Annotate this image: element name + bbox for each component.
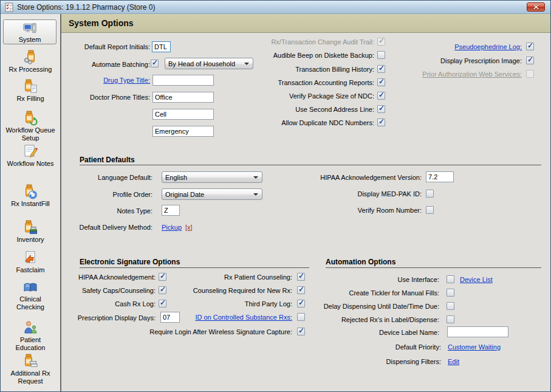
device-list-link[interactable]: Device List bbox=[460, 276, 493, 284]
sidebar-item-label: Rx Filling bbox=[16, 95, 44, 103]
rejected-rxs-checkbox[interactable] bbox=[447, 315, 454, 323]
safety-caps-counseling-label: Safety Caps/Counseling: bbox=[82, 287, 156, 295]
sidebar-item-label: Patient Education bbox=[5, 336, 55, 352]
sidebar-item-workflow-queue-setup[interactable]: Workflow Queue Setup bbox=[1, 110, 60, 142]
audible-beep-label: Audible Beep on Diskette Backup: bbox=[273, 52, 374, 60]
transaction-billing-history-checkbox[interactable] bbox=[377, 65, 385, 73]
store-options-window: Store Options: 19.1.12 Pharmacy (Store 0… bbox=[0, 0, 551, 392]
prescription-display-days-input[interactable] bbox=[160, 312, 180, 323]
sidebar-item-label: Inventory bbox=[16, 236, 44, 244]
transaction-accounting-reports-checkbox[interactable] bbox=[377, 78, 385, 86]
id-on-controlled-substance-link[interactable]: ID on Controlled Substance Rxs: bbox=[195, 314, 292, 322]
automate-batching-select[interactable]: By Head of Household bbox=[165, 58, 253, 69]
audible-beep-checkbox[interactable] bbox=[377, 51, 385, 59]
language-default-label: Language Default: bbox=[98, 174, 152, 182]
profile-order-label: Profile Order: bbox=[113, 191, 152, 199]
pill-bottle-refresh-icon bbox=[22, 184, 38, 199]
delay-dispensing-checkbox[interactable] bbox=[447, 302, 454, 310]
sidebar-item-label: Rx InstantFill bbox=[11, 200, 50, 208]
window-title: Store Options: 19.1.12 Pharmacy (Store 0… bbox=[17, 3, 155, 12]
sidebar-item-inventory[interactable]: Inventory bbox=[1, 219, 60, 244]
sidebar-item-clinical-checking[interactable]: Clinical Checking bbox=[1, 279, 60, 311]
checklist-app-icon bbox=[4, 2, 14, 12]
doctor-phone-title-input-2[interactable] bbox=[152, 109, 214, 120]
prescription-display-days-label: Prescription Display Days: bbox=[78, 314, 156, 322]
third-party-log-checkbox[interactable] bbox=[297, 300, 305, 308]
rx-patient-counseling-checkbox[interactable] bbox=[297, 273, 305, 281]
rx-transaction-audit-trail-label: Rx/Transaction Change Audit Trail: bbox=[271, 38, 374, 46]
hipaa-ack-version-label: HIPAA Acknowledgement Version: bbox=[320, 174, 422, 182]
doctor-phone-titles-label: Doctor Phone Titles: bbox=[90, 94, 150, 101]
notes-type-input[interactable] bbox=[162, 205, 180, 216]
sidebar-item-patient-education[interactable]: Patient Education bbox=[1, 320, 60, 352]
create-tickler-checkbox[interactable] bbox=[447, 289, 454, 297]
require-login-wireless-label: Require Login After Wireless Signature C… bbox=[149, 328, 292, 336]
sidebar-item-system[interactable]: System bbox=[3, 19, 56, 44]
doctor-phone-title-input-1[interactable] bbox=[152, 92, 214, 103]
pill-bottle-cards-icon bbox=[22, 353, 38, 369]
sidebar-item-rx-instantfill[interactable]: Rx InstantFill bbox=[1, 184, 60, 208]
allow-duplicate-ndc-label: Allow Duplicate NDC Numbers: bbox=[281, 119, 374, 127]
counseling-required-new-rx-label: Counseling Required for New Rx: bbox=[193, 287, 292, 295]
allow-duplicate-ndc-checkbox[interactable] bbox=[377, 119, 385, 126]
hipaa-acknowledgement-checkbox[interactable] bbox=[159, 273, 166, 281]
language-default-select[interactable]: English bbox=[162, 171, 262, 183]
sidebar-item-label: Fastclaim bbox=[16, 266, 44, 274]
sidebar: System Rx Processing Rx Fillin bbox=[1, 14, 61, 391]
safety-caps-counseling-checkbox[interactable] bbox=[159, 286, 166, 294]
profile-order-selected-option: Original Date bbox=[165, 191, 204, 198]
rx-transaction-audit-trail-checkbox bbox=[377, 38, 385, 46]
automate-batching-label: Automate Batching: bbox=[92, 61, 150, 69]
automate-batching-checkbox[interactable] bbox=[151, 60, 159, 67]
prior-authorization-web-services-checkbox bbox=[526, 70, 534, 78]
cash-rx-log-checkbox[interactable] bbox=[159, 300, 166, 308]
verify-room-number-checkbox[interactable] bbox=[426, 206, 434, 214]
dispensing-filters-edit-link[interactable]: Edit bbox=[448, 358, 459, 366]
automation-divider bbox=[326, 267, 541, 268]
use-interface-checkbox[interactable] bbox=[447, 275, 454, 283]
close-button[interactable] bbox=[527, 2, 545, 12]
profile-order-select[interactable]: Original Date bbox=[162, 188, 262, 200]
automate-batching-selected-option: By Head of Household bbox=[168, 60, 235, 67]
transaction-accounting-reports-label: Transaction Accounting Reports: bbox=[278, 79, 374, 87]
sidebar-item-additional-rx-request[interactable]: Additional Rx Request bbox=[1, 353, 60, 385]
default-report-initials-input[interactable] bbox=[152, 41, 171, 52]
prior-authorization-web-services-link: Prior Authorization Web Services: bbox=[422, 70, 522, 78]
doctor-phone-title-input-3[interactable] bbox=[152, 126, 214, 137]
sidebar-item-rx-processing[interactable]: Rx Processing bbox=[1, 49, 60, 74]
pseudoephedrine-log-link[interactable]: Pseudoephedrine Log: bbox=[454, 43, 522, 51]
sidebar-item-rx-filling[interactable]: Rx Filling bbox=[1, 78, 60, 103]
require-login-wireless-checkbox[interactable] bbox=[297, 328, 305, 335]
default-delivery-method-link[interactable]: Pickup bbox=[162, 224, 182, 232]
display-prescription-image-label: Display Prescription Image: bbox=[440, 57, 522, 65]
device-label-name-input[interactable] bbox=[447, 326, 508, 337]
sidebar-item-workflow-notes[interactable]: Workflow Notes bbox=[1, 143, 60, 168]
display-medpak-id-checkbox[interactable] bbox=[426, 190, 434, 198]
default-delivery-method-clear-link[interactable]: [x] bbox=[185, 224, 193, 232]
titlebar: Store Options: 19.1.12 Pharmacy (Store 0… bbox=[1, 1, 550, 14]
sidebar-item-label: Workflow Notes bbox=[7, 160, 54, 168]
verify-package-size-checkbox[interactable] bbox=[377, 92, 385, 100]
id-on-controlled-substance-checkbox[interactable] bbox=[297, 313, 305, 321]
device-label-name-label: Device Label Name: bbox=[379, 329, 439, 337]
document-arrow-icon bbox=[22, 250, 38, 266]
pseudoephedrine-log-checkbox[interactable] bbox=[526, 43, 534, 50]
use-second-address-line-label: Use Second Address Line: bbox=[295, 106, 374, 114]
use-second-address-line-checkbox[interactable] bbox=[377, 105, 385, 113]
drug-type-title-link[interactable]: Drug Type Title: bbox=[103, 77, 150, 84]
counseling-required-new-rx-checkbox[interactable] bbox=[297, 286, 305, 294]
default-priority-link[interactable]: Customer Waiting bbox=[448, 343, 501, 351]
panel-header: System Options bbox=[61, 14, 551, 33]
display-prescription-image-checkbox[interactable] bbox=[526, 57, 534, 64]
sidebar-item-label: Workflow Queue Setup bbox=[5, 126, 55, 142]
sidebar-item-fastclaim[interactable]: Fastclaim bbox=[1, 250, 60, 274]
close-icon bbox=[533, 4, 539, 10]
create-tickler-label: Create Tickler for Manual Fills: bbox=[349, 289, 439, 297]
dispensing-filters-label: Dispensing Filters: bbox=[386, 358, 441, 366]
use-interface-label: Use Interface: bbox=[398, 276, 439, 284]
hipaa-ack-version-input[interactable] bbox=[426, 171, 454, 182]
drug-type-title-input[interactable] bbox=[152, 75, 214, 86]
page-title: System Options bbox=[69, 18, 134, 28]
open-book-icon bbox=[22, 279, 38, 295]
default-report-initials-label: Default Report Initials: bbox=[84, 43, 150, 51]
